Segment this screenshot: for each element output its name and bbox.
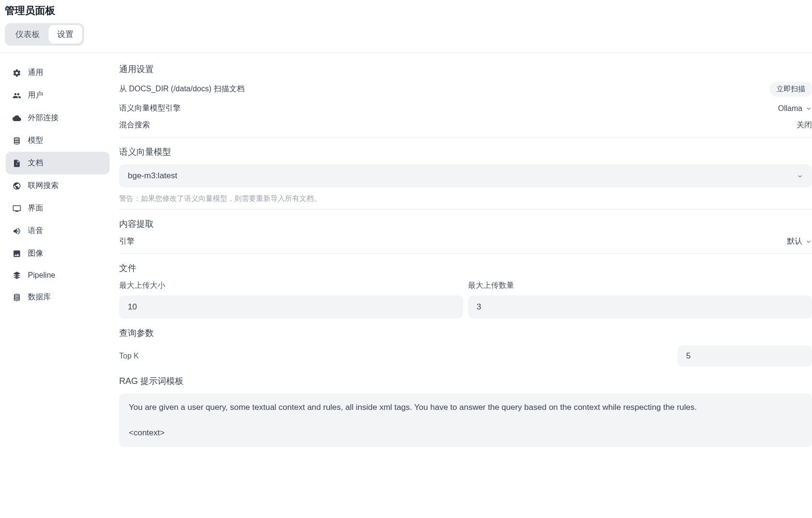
embedding-model-warning: 警告：如果您修改了语义向量模型，则需要重新导入所有文档。: [119, 194, 812, 203]
database-icon: [12, 293, 21, 302]
divider: [119, 137, 812, 137]
topk-label: Top K: [119, 352, 139, 360]
sidebar-item-database[interactable]: 数据库: [6, 286, 110, 308]
users-icon: [12, 91, 21, 100]
content-area: 通用设置 从 DOCS_DIR (/data/docs) 扫描文档 立即扫描 语…: [113, 53, 812, 466]
hybrid-search-label: 混合搜索: [119, 120, 150, 130]
embedding-engine-value: Ollama: [778, 104, 802, 113]
embedding-engine-select[interactable]: Ollama: [778, 104, 812, 113]
extraction-engine-select[interactable]: 默认: [787, 236, 812, 247]
tab-group: 仪表板 设置: [5, 23, 84, 46]
rag-template-textarea[interactable]: You are given a user query, some textual…: [119, 394, 812, 447]
extraction-engine-label: 引擎: [119, 236, 135, 247]
chevron-down-icon: [805, 238, 812, 245]
stack-icon: [12, 136, 21, 145]
section-title-content-extraction: 内容提取: [119, 218, 812, 230]
scan-now-button[interactable]: 立即扫描: [770, 82, 812, 97]
sidebar: 通用 用户 外部连接 模型 文档: [0, 53, 113, 466]
page-title: 管理员面板: [5, 4, 807, 17]
topk-field[interactable]: [677, 345, 812, 367]
sidebar-item-label: Pipeline: [28, 271, 55, 280]
max-upload-count-input[interactable]: [477, 302, 803, 312]
section-title-embedding-model: 语义向量模型: [119, 146, 812, 158]
sidebar-item-label: 语音: [28, 226, 43, 236]
chevron-down-icon: [805, 105, 812, 112]
sidebar-item-label: 通用: [28, 68, 43, 78]
embedding-model-select[interactable]: [119, 164, 812, 187]
embedding-model-input[interactable]: [128, 171, 797, 181]
sidebar-item-label: 数据库: [28, 292, 51, 302]
section-title-general: 通用设置: [119, 63, 812, 75]
sidebar-item-general[interactable]: 通用: [6, 62, 110, 84]
section-title-query-params: 查询参数: [119, 327, 812, 339]
chevron-down-icon: [797, 173, 803, 179]
tab-dashboard[interactable]: 仪表板: [7, 25, 49, 44]
max-upload-size-label: 最大上传大小: [119, 281, 463, 291]
hybrid-search-toggle[interactable]: 关闭: [797, 120, 812, 130]
embedding-engine-label: 语义向量模型引擎: [119, 103, 181, 113]
divider: [119, 253, 812, 254]
image-icon: [12, 249, 21, 258]
sidebar-item-users[interactable]: 用户: [6, 84, 110, 107]
sidebar-item-label: 联网搜索: [28, 181, 59, 191]
sidebar-item-models[interactable]: 模型: [6, 129, 110, 152]
file-icon: [12, 159, 21, 168]
sidebar-item-label: 文档: [28, 158, 43, 168]
topk-input[interactable]: [686, 351, 803, 361]
sidebar-item-label: 界面: [28, 203, 43, 213]
globe-icon: [12, 182, 21, 190]
tab-settings[interactable]: 设置: [49, 25, 82, 44]
sidebar-item-audio[interactable]: 语音: [6, 220, 110, 242]
sidebar-item-pipeline[interactable]: Pipeline: [6, 265, 110, 286]
sidebar-item-label: 图像: [28, 248, 43, 259]
max-upload-count-field[interactable]: [468, 296, 812, 319]
sidebar-item-external[interactable]: 外部连接: [6, 107, 110, 129]
sidebar-item-label: 用户: [28, 90, 43, 100]
sidebar-item-images[interactable]: 图像: [6, 242, 110, 265]
max-upload-size-input[interactable]: [128, 302, 455, 312]
monitor-icon: [12, 204, 21, 213]
sidebar-item-documents[interactable]: 文档: [6, 152, 110, 174]
sidebar-item-interface[interactable]: 界面: [6, 197, 110, 220]
speaker-icon: [12, 227, 21, 235]
scan-docs-label: 从 DOCS_DIR (/data/docs) 扫描文档: [119, 84, 245, 94]
extraction-engine-value: 默认: [787, 236, 802, 247]
hybrid-search-value: 关闭: [797, 120, 812, 130]
max-upload-size-field[interactable]: [119, 296, 463, 319]
layers-icon: [12, 271, 21, 280]
cloud-icon: [12, 114, 21, 123]
section-title-rag-template: RAG 提示词模板: [119, 375, 812, 387]
sidebar-item-label: 模型: [28, 136, 43, 146]
sidebar-item-websearch[interactable]: 联网搜索: [6, 174, 110, 197]
section-title-files: 文件: [119, 262, 812, 274]
divider: [119, 209, 812, 210]
sidebar-item-label: 外部连接: [28, 113, 59, 123]
max-upload-count-label: 最大上传数量: [468, 281, 812, 291]
gear-icon: [12, 69, 21, 77]
